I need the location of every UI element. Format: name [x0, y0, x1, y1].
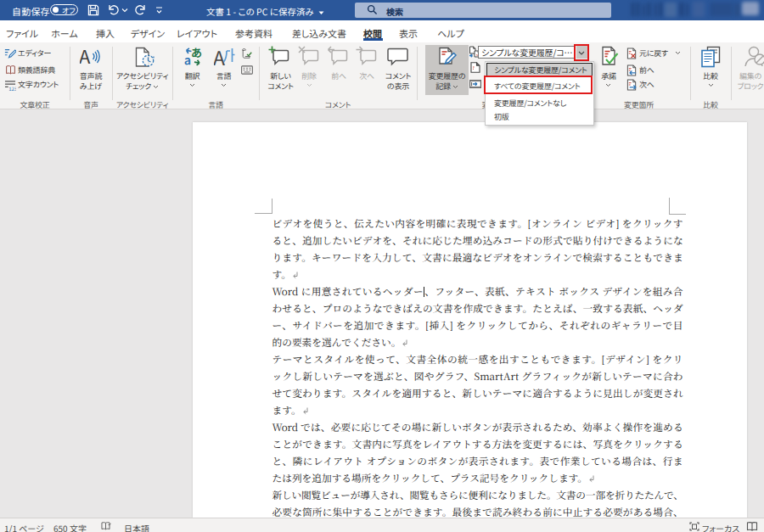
- svg-text:a: a: [184, 51, 191, 67]
- svg-text:123: 123: [8, 84, 16, 90]
- svg-text:あ: あ: [191, 47, 202, 60]
- svg-text:A: A: [214, 48, 225, 66]
- svg-text:A: A: [80, 46, 91, 67]
